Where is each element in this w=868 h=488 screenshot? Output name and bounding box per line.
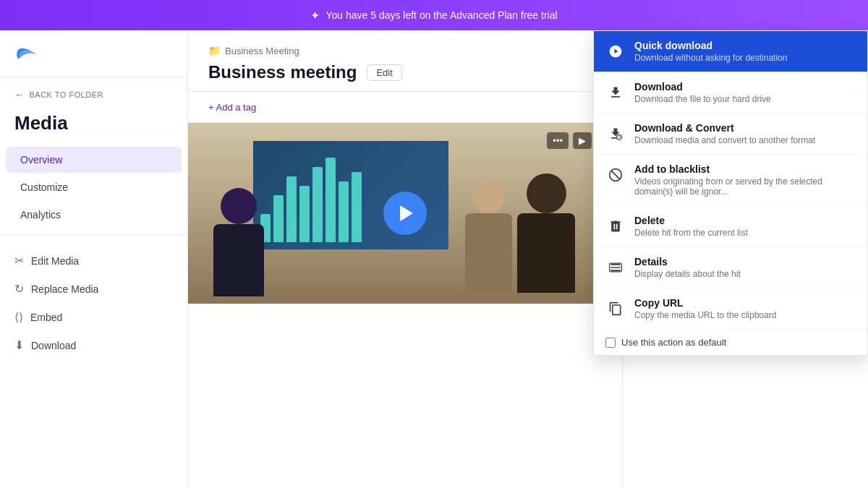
quick-download-title: Quick download <box>634 40 856 51</box>
presentation-screen <box>253 141 448 249</box>
sidebar-item-customize[interactable]: Customize <box>6 174 182 200</box>
breadcrumb: 📁 Business Meeting <box>208 45 602 56</box>
default-action-label: Use this action as default <box>621 337 726 348</box>
sidebar-item-analytics[interactable]: Analytics <box>6 202 182 228</box>
download-convert-subtitle: Download media and convert to another fo… <box>634 135 856 145</box>
download-convert-content: Download & Convert Download media and co… <box>634 122 856 145</box>
delete-item[interactable]: Delete Delete hit from the current list <box>594 206 867 247</box>
replace-media-label: Replace Media <box>31 283 98 295</box>
quick-download-icon <box>605 41 626 61</box>
page-title: Business meeting <box>208 62 357 82</box>
delete-subtitle: Delete hit from the current list <box>634 228 856 238</box>
sidebar-divider <box>0 234 187 235</box>
download-label: Download <box>31 340 76 351</box>
download-title: Download <box>634 81 856 93</box>
edit-button[interactable]: Edit <box>367 64 401 81</box>
copy-url-item[interactable]: Copy URL Copy the media URL to the clipb… <box>594 288 867 330</box>
blacklist-icon <box>605 165 626 185</box>
download-action[interactable]: ⬇ Download <box>0 331 187 359</box>
embed-action[interactable]: ⟨⟩ Embed <box>0 303 187 331</box>
delete-title: Delete <box>634 215 856 226</box>
scissors-icon: ✂ <box>14 254 24 267</box>
quick-download-content: Quick download Download without asking f… <box>634 40 856 63</box>
embed-label: Embed <box>30 312 62 323</box>
default-action-checkbox[interactable] <box>605 338 616 348</box>
replace-icon: ↻ <box>14 282 24 296</box>
person-1 <box>210 188 268 304</box>
details-content: Details Display details about the hit <box>634 256 856 279</box>
details-icon <box>605 257 626 278</box>
main-content: 📁 Business Meeting Business meeting Edit… <box>188 30 622 488</box>
customize-label: Customize <box>20 181 68 193</box>
play-button[interactable]: ▶ <box>573 132 592 149</box>
sidebar-item-overview[interactable]: Overview <box>6 147 182 173</box>
blacklist-item[interactable]: Add to blacklist Videos originating from… <box>594 155 867 206</box>
copy-url-subtitle: Copy the media URL to the clipboard <box>634 310 856 320</box>
add-tag-button[interactable]: + Add a tag <box>208 102 256 113</box>
content-header: 📁 Business Meeting Business meeting Edit <box>188 30 622 92</box>
back-to-folder-label: BACK TO FOLDER <box>30 90 104 99</box>
folder-icon: 📁 <box>208 45 221 56</box>
blacklist-title: Add to blacklist <box>634 163 856 175</box>
download-convert-item[interactable]: Download & Convert Download media and co… <box>594 114 867 155</box>
trial-banner: ✦ You have 5 days left on the Advanced P… <box>0 0 868 30</box>
download-subtitle: Download the file to your hard drive <box>634 94 856 104</box>
details-subtitle: Display details about the hit <box>634 269 856 279</box>
banner-text: You have 5 days left on the Advanced Pla… <box>326 9 557 21</box>
back-to-folder-link[interactable]: ← BACK TO FOLDER <box>14 89 173 100</box>
download-icon: ⬇ <box>14 338 24 352</box>
copy-url-icon <box>605 299 626 319</box>
delete-icon <box>605 216 626 236</box>
brand-logo <box>14 42 41 62</box>
overview-label: Overview <box>20 154 62 166</box>
edit-media-label: Edit Media <box>31 255 79 267</box>
back-arrow-icon: ← <box>14 89 25 100</box>
delete-content: Delete Delete hit from the current list <box>634 215 856 238</box>
download-icon <box>605 82 626 103</box>
embed-icon: ⟨⟩ <box>14 310 23 324</box>
video-container: ••• ▶ 13 <box>188 123 622 304</box>
edit-media-action[interactable]: ✂ Edit Media <box>0 247 187 275</box>
dropdown-footer: Use this action as default <box>594 330 867 355</box>
download-convert-icon <box>605 124 626 144</box>
sidebar-menu: Overview Customize Analytics <box>0 146 187 228</box>
sidebar-nav-top: ← BACK TO FOLDER <box>0 77 187 112</box>
copy-url-content: Copy URL Copy the media URL to the clipb… <box>634 297 856 320</box>
replace-media-action[interactable]: ↻ Replace Media <box>0 275 187 303</box>
content-title-row: Business meeting Edit <box>208 62 602 82</box>
quick-download-subtitle: Download without asking for destination <box>634 53 856 63</box>
person-2 <box>514 174 579 304</box>
download-content: Download Download the file to your hard … <box>634 81 856 104</box>
dropdown-menu: Quick download Download without asking f… <box>593 30 868 356</box>
quick-download-item[interactable]: Quick download Download without asking f… <box>594 31 867 72</box>
tag-row: + Add a tag <box>188 92 622 123</box>
blacklist-subtitle: Videos originating from or served by the… <box>634 176 856 197</box>
person-3 <box>463 181 514 304</box>
analytics-label: Analytics <box>20 209 61 221</box>
copy-url-title: Copy URL <box>634 297 856 309</box>
sidebar: ← BACK TO FOLDER Media Overview Customiz… <box>0 30 188 488</box>
play-triangle-icon <box>400 205 413 221</box>
sidebar-actions: ✂ Edit Media ↻ Replace Media ⟨⟩ Embed ⬇ … <box>0 241 187 365</box>
download-convert-title: Download & Convert <box>634 122 856 134</box>
banner-icon: ✦ <box>310 9 320 22</box>
breadcrumb-text: Business Meeting <box>225 46 299 56</box>
download-item[interactable]: Download Download the file to your hard … <box>594 72 867 114</box>
more-options-button[interactable]: ••• <box>547 132 569 149</box>
center-play-button[interactable] <box>383 192 427 235</box>
details-title: Details <box>634 256 856 267</box>
blacklist-content: Add to blacklist Videos originating from… <box>634 163 856 197</box>
sidebar-section-title: Media <box>0 112 187 146</box>
details-item[interactable]: Details Display details about the hit <box>594 247 867 288</box>
logo-area <box>0 30 187 77</box>
